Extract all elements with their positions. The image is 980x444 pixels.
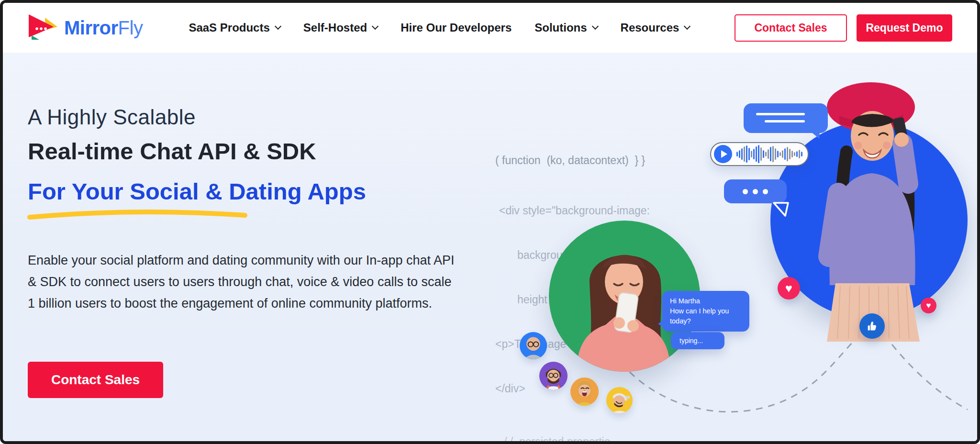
outlined-bubble-tail <box>772 201 791 220</box>
logo-red-triangle <box>29 14 54 37</box>
heart-icon: ♥ <box>778 277 800 300</box>
hero-heading-line3: For Your Social & Dating Apps <box>28 178 366 205</box>
chat-bubble-greeting: Hi Martha How can I help you today? <box>662 291 749 332</box>
waveform-icon <box>736 145 803 163</box>
header-actions: Contact Sales Request Demo <box>735 14 952 42</box>
avatar-user-1 <box>520 332 547 359</box>
heart-icon-small: ♥ <box>921 298 936 313</box>
logo-green-triangle <box>32 35 39 40</box>
contact-sales-button[interactable]: Contact Sales <box>735 14 847 42</box>
mirrorfly-logo-icon <box>28 14 57 42</box>
main-nav: SaaS Products Self-Hosted Hire Our Devel… <box>189 21 690 34</box>
logo-wordmark: MirrorFly <box>64 17 143 39</box>
play-button-icon <box>714 145 732 163</box>
page-frame: MirrorFly SaaS Products Self-Hosted Hire… <box>0 0 980 444</box>
voice-message-player <box>710 142 809 166</box>
bubble-tail <box>658 319 665 328</box>
mirrorfly-logo[interactable]: MirrorFly <box>28 14 143 42</box>
chevron-down-icon <box>592 23 599 30</box>
hero-section: A Highly Scalable Real-time Chat API & S… <box>3 53 977 441</box>
request-demo-button[interactable]: Request Demo <box>857 14 952 42</box>
message-bubble-icon <box>744 103 828 133</box>
avatar-user-2 <box>539 362 568 390</box>
thumbs-up-icon <box>859 313 885 339</box>
typing-dots-bubble-icon <box>724 179 787 203</box>
hero-heading-line1: A Highly Scalable <box>28 105 196 129</box>
hero-heading-line2: Real-time Chat API & SDK <box>28 138 316 165</box>
nav-hire-our-developers[interactable]: Hire Our Developers <box>401 21 512 34</box>
avatar-user-3 <box>570 377 599 406</box>
hero-description: Enable your social platform and dating c… <box>28 250 458 314</box>
yellow-underline-swoosh <box>26 206 251 221</box>
avatar-user-4 <box>606 387 633 413</box>
chevron-down-icon <box>684 23 690 30</box>
top-navigation-bar: MirrorFly SaaS Products Self-Hosted Hire… <box>3 3 977 53</box>
chevron-down-icon <box>275 23 281 30</box>
nav-saas-products[interactable]: SaaS Products <box>189 21 280 34</box>
hero-contact-sales-button[interactable]: Contact Sales <box>28 362 163 398</box>
nav-solutions[interactable]: Solutions <box>535 21 597 34</box>
chevron-down-icon <box>372 23 379 30</box>
chat-bubble-typing: typing... <box>671 332 724 349</box>
nav-self-hosted[interactable]: Self-Hosted <box>303 21 378 34</box>
nav-resources[interactable]: Resources <box>621 21 690 34</box>
